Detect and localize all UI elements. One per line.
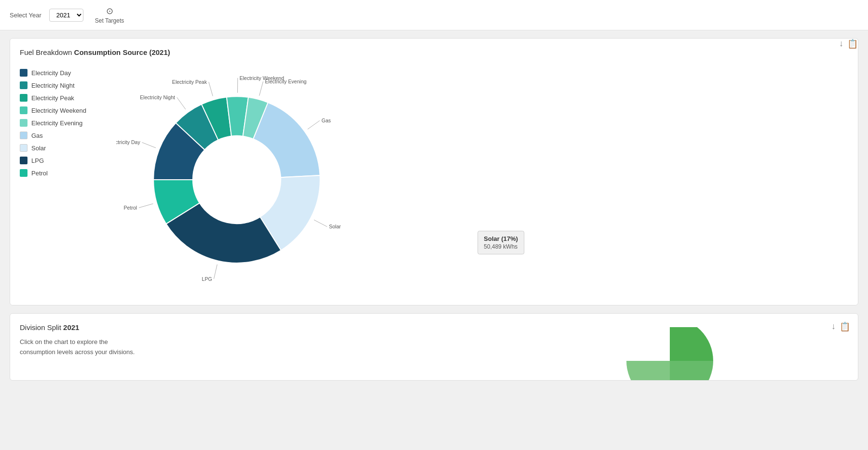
legend-item-solar: Solar bbox=[20, 144, 97, 152]
svg-line-12 bbox=[314, 220, 327, 226]
svg-text:Solar: Solar bbox=[329, 224, 341, 229]
svg-text:LPG: LPG bbox=[202, 276, 212, 282]
legend-item-elec-weekend: Electricity Weekend bbox=[20, 106, 97, 114]
svg-text:Electricity Night: Electricity Night bbox=[140, 94, 175, 100]
division-split-card: ↓ 📋 Division Split 2021 Click on the cha… bbox=[10, 313, 858, 381]
svg-line-0 bbox=[142, 143, 156, 148]
svg-text:Electricity Day: Electricity Day bbox=[116, 139, 140, 145]
division-preview-svg bbox=[626, 327, 713, 380]
svg-line-16 bbox=[139, 204, 153, 208]
legend-item-elec-evening: Electricity Evening bbox=[20, 119, 97, 127]
svg-line-4 bbox=[209, 82, 213, 96]
legend-item-elec-day: Electricity Day bbox=[20, 69, 97, 77]
download-icon-division[interactable]: ↓ bbox=[831, 321, 836, 332]
clipboard-icon-fuel[interactable]: 📋 bbox=[847, 39, 858, 49]
svg-text:Electricity Peak: Electricity Peak bbox=[172, 79, 207, 85]
division-split-title: Division Split 2021 bbox=[20, 323, 848, 331]
svg-text:Petrol: Petrol bbox=[124, 205, 137, 211]
svg-text:Electricity Evening: Electricity Evening bbox=[265, 79, 307, 84]
legend-item-petrol: Petrol bbox=[20, 169, 97, 177]
year-select[interactable]: 2021 2020 2019 2022 bbox=[49, 9, 83, 22]
legend-item-lpg: LPG bbox=[20, 157, 97, 164]
solar-tooltip: Solar (17%) 50,489 kWhs bbox=[477, 231, 524, 254]
main-content: ↓ 📋 Fuel Breakdown Consumption Source (2… bbox=[0, 30, 868, 388]
legend-item-gas: Gas bbox=[20, 132, 97, 139]
top-bar: Select Year 2021 2020 2019 2022 ⊙ Set Ta… bbox=[0, 0, 868, 30]
target-icon: ⊙ bbox=[106, 6, 113, 16]
clipboard-icon-division[interactable]: 📋 bbox=[840, 321, 850, 332]
legend-item-elec-peak: Electricity Peak bbox=[20, 94, 97, 102]
svg-line-10 bbox=[308, 120, 320, 129]
chart-container: Electricity Day Electricity Night Electr… bbox=[20, 64, 848, 295]
svg-line-14 bbox=[214, 265, 217, 279]
fuel-breakdown-card: ↓ 📋 Fuel Breakdown Consumption Source (2… bbox=[10, 38, 858, 305]
card-actions-fuel: ↓ 📋 bbox=[839, 39, 858, 49]
donut-chart-svg: Electricity DayElectricity NightElectric… bbox=[116, 64, 357, 295]
card-actions-division: ↓ 📋 bbox=[831, 321, 850, 332]
division-chart-preview bbox=[626, 327, 713, 380]
set-targets-button[interactable]: ⊙ Set Targets bbox=[95, 6, 124, 24]
svg-line-8 bbox=[259, 81, 263, 96]
select-year-label: Select Year bbox=[10, 12, 41, 19]
legend: Electricity Day Electricity Night Electr… bbox=[20, 64, 97, 177]
tooltip-value: 50,489 kWhs bbox=[484, 243, 518, 250]
fuel-breakdown-title: Fuel Breakdown Consumption Source (2021) bbox=[20, 48, 848, 56]
svg-line-2 bbox=[177, 97, 186, 109]
legend-item-elec-night: Electricity Night bbox=[20, 81, 97, 89]
svg-point-18 bbox=[193, 136, 281, 224]
svg-text:Gas: Gas bbox=[322, 118, 331, 123]
division-subtitle: Click on the chart to explore the consum… bbox=[20, 337, 145, 357]
download-icon-fuel[interactable]: ↓ bbox=[839, 39, 843, 49]
set-targets-label: Set Targets bbox=[95, 17, 124, 24]
tooltip-title: Solar (17%) bbox=[484, 235, 518, 242]
donut-chart-area: Electricity DayElectricity NightElectric… bbox=[116, 64, 848, 295]
